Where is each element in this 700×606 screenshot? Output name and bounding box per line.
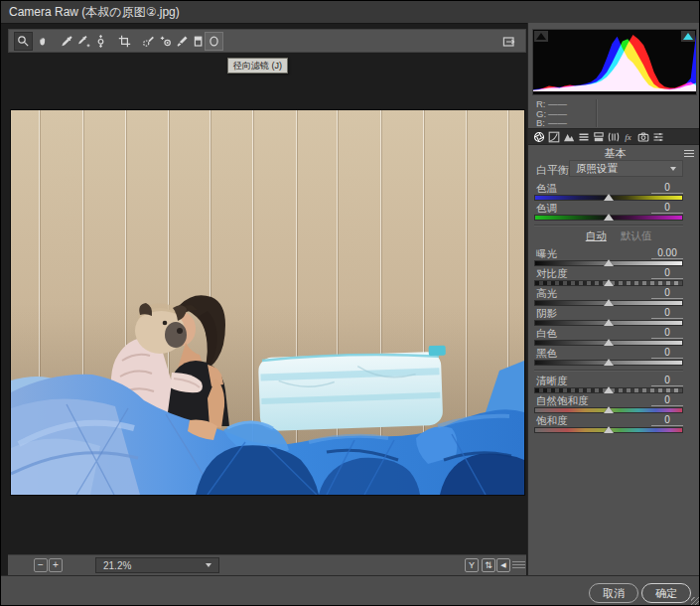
crop-tool-icon[interactable] [115, 32, 134, 51]
hand-tool-icon[interactable] [34, 32, 53, 51]
slider-track[interactable] [534, 260, 683, 266]
hsl-grayscale-tab[interactable] [576, 129, 591, 144]
slider-thumb[interactable] [604, 259, 614, 266]
slider-track[interactable] [534, 320, 683, 326]
adjustments-panel: R:—— G:—— B:—— fx [527, 23, 700, 575]
slider-value[interactable]: 0.00 [651, 247, 683, 259]
split-toning-tab[interactable] [591, 129, 606, 144]
white-balance-dropdown[interactable]: 原照设置 [569, 160, 683, 177]
shadow-clipping-icon [536, 33, 546, 40]
slider-track[interactable] [534, 360, 683, 366]
slider-thumb[interactable] [604, 319, 614, 326]
slider-row: 白色0 [534, 327, 683, 347]
slider-value[interactable]: 0 [651, 202, 683, 214]
presence-sliders: 清晰度0自然饱和度0饱和度0 [534, 375, 683, 434]
slider-label: 色温 [534, 182, 557, 194]
slider-label: 色调 [534, 202, 557, 214]
fx-icon: fx [625, 132, 631, 142]
tone-curve-tab[interactable] [546, 129, 561, 144]
rgb-readout: R:—— G:—— B:—— [536, 99, 567, 128]
slider-track[interactable] [534, 300, 683, 306]
slider-value[interactable]: 0 [651, 307, 683, 319]
swap-settings-button[interactable]: ⇅ [482, 558, 495, 572]
slider-thumb[interactable] [604, 339, 614, 346]
camera-raw-dialog: Camera Raw (本叔の原图②.jpg) [0, 0, 700, 606]
slider-label: 白色 [534, 327, 557, 339]
white-balance-sliders: 色温0色调0 [534, 182, 683, 222]
slider-value[interactable]: 0 [651, 327, 683, 339]
histogram [532, 29, 697, 95]
auto-link[interactable]: 自动 [586, 229, 607, 242]
slider-thumb[interactable] [604, 299, 614, 306]
slider-track[interactable] [534, 195, 683, 201]
zoom-tool-icon[interactable] [14, 32, 33, 51]
photo-canvas[interactable] [11, 110, 524, 495]
tone-sliders: 曝光0.00对比度0高光0阴影0白色0黑色0 [534, 247, 683, 367]
slider-track[interactable] [534, 215, 683, 221]
highlight-clipping-icon [683, 33, 693, 40]
slider-value[interactable]: 0 [651, 375, 683, 386]
shadow-clipping-toggle[interactable] [534, 31, 548, 42]
toggle-fullscreen-icon[interactable] [498, 32, 517, 51]
auto-default-row: 自动 默认值 [544, 229, 693, 242]
targeted-adjustment-tool-icon[interactable] [91, 32, 110, 51]
panel-menu-icon[interactable] [684, 150, 694, 157]
slider-label: 黑色 [534, 347, 557, 359]
basic-tab[interactable] [531, 129, 546, 144]
slider-thumb[interactable] [604, 386, 614, 393]
histogram-plot [533, 32, 696, 91]
copy-settings-button[interactable]: ◀ [496, 558, 510, 572]
slider-row: 黑色0 [534, 347, 683, 367]
white-balance-label: 白平衡: [536, 163, 572, 178]
white-balance-value: 原照设置 [576, 162, 618, 176]
highlight-clipping-toggle[interactable] [681, 31, 695, 42]
cancel-button[interactable]: 取消 [589, 583, 638, 603]
view-menu-icon[interactable] [512, 561, 525, 569]
slider-row: 色调0 [534, 202, 683, 222]
pillow [258, 346, 449, 432]
resize-grip[interactable] [691, 597, 699, 605]
slider-value[interactable]: 0 [651, 414, 683, 426]
slider-thumb[interactable] [604, 406, 614, 413]
tool-tooltip: 径向滤镜 (J) [227, 58, 288, 74]
camera-calibration-tab[interactable] [635, 129, 650, 144]
slider-track[interactable] [534, 280, 683, 286]
slider-value[interactable]: 0 [651, 182, 683, 194]
effects-tab[interactable]: fx [621, 129, 635, 144]
panel-header: 基本 [528, 146, 700, 160]
slider-value[interactable]: 0 [651, 394, 683, 406]
slider-row: 高光0 [534, 287, 683, 307]
ok-button[interactable]: 确定 [641, 583, 691, 603]
slider-row: 曝光0.00 [534, 247, 683, 267]
photo-preview[interactable] [11, 110, 524, 495]
before-after-button[interactable]: Y [465, 558, 479, 572]
slider-value[interactable]: 0 [651, 287, 683, 299]
slider-track[interactable] [534, 340, 683, 346]
slider-track[interactable] [534, 407, 683, 413]
slider-row: 自然饱和度0 [534, 394, 683, 414]
window-title: Camera Raw (本叔の原图②.jpg) [9, 4, 180, 21]
zoom-out-button[interactable]: − [34, 558, 48, 572]
zoom-level-dropdown[interactable]: 21.2% [95, 557, 219, 573]
slider-thumb[interactable] [604, 426, 614, 433]
slider-value[interactable]: 0 [651, 267, 683, 279]
slider-row: 阴影0 [534, 307, 683, 327]
slider-thumb[interactable] [604, 279, 614, 286]
detail-tab[interactable] [561, 129, 576, 144]
slider-track[interactable] [534, 387, 683, 393]
radial-filter-tool-icon[interactable] [205, 32, 223, 51]
white-balance-row: 白平衡: 原照设置 [534, 160, 683, 182]
default-link[interactable]: 默认值 [621, 229, 652, 242]
panel-tabs: fx [528, 128, 700, 145]
slider-track[interactable] [534, 427, 683, 433]
presets-tab[interactable] [650, 129, 665, 144]
slider-thumb[interactable] [604, 359, 614, 366]
slider-thumb[interactable] [604, 194, 614, 201]
slider-value[interactable]: 0 [651, 347, 683, 359]
group-divider [534, 225, 683, 227]
slider-thumb[interactable] [604, 214, 614, 221]
lens-corrections-tab[interactable] [606, 129, 621, 144]
zoom-in-button[interactable]: + [49, 558, 63, 572]
slider-label: 饱和度 [534, 414, 568, 426]
slider-row: 色温0 [534, 182, 683, 202]
